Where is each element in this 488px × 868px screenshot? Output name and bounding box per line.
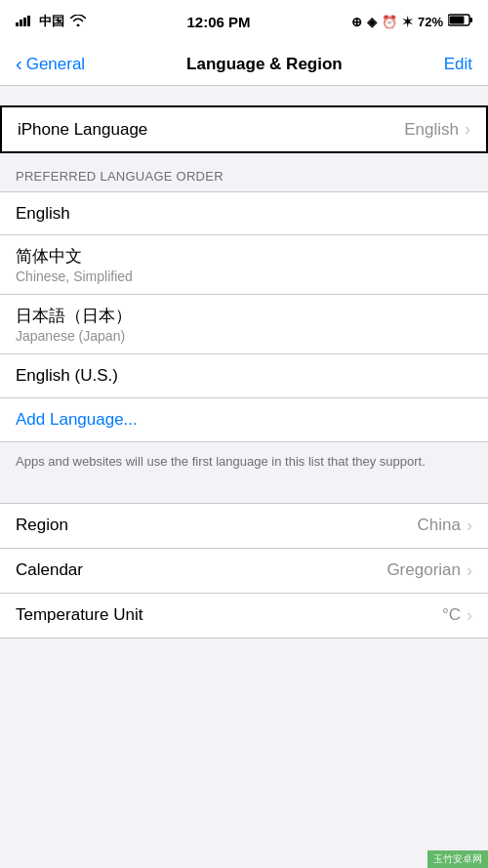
temperature-unit-chevron-icon: ›: [467, 605, 472, 626]
status-right: ⊕ ◈ ⏰ ✶ 72%: [351, 14, 472, 29]
region-section: Region China › Calendar Gregorian › Temp…: [0, 503, 488, 639]
language-primary-english-us: English (U.S.): [16, 366, 472, 386]
svg-rect-3: [27, 16, 30, 26]
back-chevron-icon: ‹: [16, 54, 22, 73]
language-row-english-us[interactable]: English (U.S.): [0, 354, 488, 397]
svg-rect-5: [469, 18, 472, 22]
temperature-unit-row[interactable]: Temperature Unit °C ›: [0, 594, 488, 638]
region-row[interactable]: Region China ›: [0, 504, 488, 549]
region-chevron-icon: ›: [467, 516, 472, 536]
calendar-label: Calendar: [16, 560, 83, 580]
language-secondary-japanese: Japanese (Japan): [16, 328, 472, 344]
iphone-language-row[interactable]: iPhone Language English ›: [2, 107, 486, 151]
alarm-icon: ⏰: [382, 15, 397, 29]
svg-rect-2: [23, 18, 26, 26]
wifi-icon: [70, 15, 86, 29]
iphone-language-chevron-icon: ›: [465, 119, 470, 140]
calendar-chevron-icon: ›: [467, 560, 472, 581]
battery-icon: [448, 14, 472, 29]
calendar-value-container: Gregorian ›: [386, 560, 472, 581]
add-language-row[interactable]: Add Language...: [0, 397, 488, 442]
region-label: Region: [16, 516, 68, 535]
temperature-unit-value-container: °C ›: [442, 605, 472, 626]
location-icon: ⊕: [351, 15, 362, 29]
signal-bars: [16, 14, 33, 29]
language-primary-chinese: 简体中文: [16, 245, 472, 268]
svg-rect-0: [16, 22, 19, 26]
region-value-container: China ›: [418, 516, 472, 536]
preferred-language-section-header: PREFERRED LANGUAGE ORDER: [0, 153, 488, 191]
bluetooth-icon: ✶: [402, 15, 413, 29]
iphone-language-value: English: [404, 120, 459, 140]
language-row-english[interactable]: English: [0, 192, 488, 235]
status-bar: 中国 12:06 PM ⊕ ◈ ⏰ ✶ 72%: [0, 0, 488, 43]
language-row-chinese[interactable]: 简体中文 Chinese, Simplified: [0, 235, 488, 295]
temperature-unit-label: Temperature Unit: [16, 605, 142, 625]
temperature-unit-value: °C: [442, 605, 461, 625]
watermark: 玉竹安卓网: [427, 850, 488, 868]
info-text: Apps and websites will use the first lan…: [16, 454, 426, 469]
status-left: 中国: [16, 13, 86, 30]
back-button[interactable]: ‹ General: [16, 55, 85, 74]
svg-rect-1: [20, 20, 22, 26]
language-secondary-chinese: Chinese, Simplified: [16, 269, 472, 284]
page-title: Language & Region: [186, 55, 343, 74]
svg-rect-6: [449, 17, 464, 24]
add-language-label: Add Language...: [16, 410, 138, 430]
info-box: Apps and websites will use the first lan…: [0, 442, 488, 487]
edit-button[interactable]: Edit: [444, 55, 472, 74]
iphone-language-value-container: English ›: [404, 119, 470, 140]
battery-level: 72%: [418, 15, 443, 29]
calendar-value: Gregorian: [386, 560, 461, 580]
language-primary-english: English: [16, 204, 472, 224]
language-list: English 简体中文 Chinese, Simplified 日本語（日本）…: [0, 191, 488, 397]
compass-icon: ◈: [367, 15, 377, 29]
back-label: General: [26, 55, 85, 74]
carrier-label: 中国: [39, 13, 64, 30]
status-time: 12:06 PM: [186, 14, 250, 30]
language-primary-japanese: 日本語（日本）: [16, 305, 472, 327]
language-row-japanese[interactable]: 日本語（日本） Japanese (Japan): [0, 295, 488, 354]
region-value: China: [418, 516, 461, 535]
navigation-bar: ‹ General Language & Region Edit: [0, 43, 488, 86]
iphone-language-label: iPhone Language: [18, 120, 147, 140]
calendar-row[interactable]: Calendar Gregorian ›: [0, 549, 488, 594]
